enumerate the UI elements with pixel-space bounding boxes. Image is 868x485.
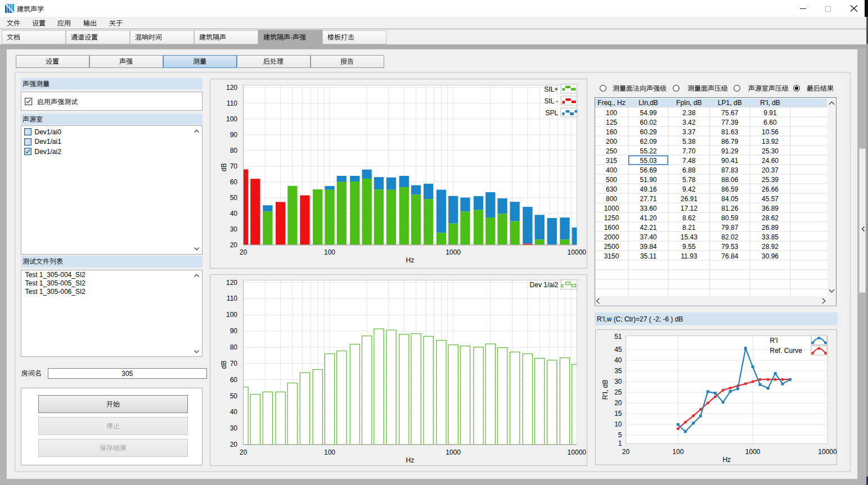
svg-text:110: 110 <box>226 294 237 302</box>
svg-text:R'I: R'I <box>770 337 777 345</box>
svg-text:20: 20 <box>230 241 237 248</box>
svg-text:36.89: 36.89 <box>762 205 779 212</box>
svg-text:30: 30 <box>230 424 237 432</box>
svg-text:26.91: 26.91 <box>681 195 698 203</box>
svg-text:120: 120 <box>226 278 237 286</box>
svg-text:160: 160 <box>606 128 617 136</box>
svg-text:1250: 1250 <box>604 214 619 222</box>
svg-text:25.30: 25.30 <box>762 147 779 155</box>
svg-text:dB: dB <box>220 163 228 171</box>
svg-text:9.42: 9.42 <box>682 185 696 193</box>
svg-text:2500: 2500 <box>604 243 619 251</box>
svg-text:50: 50 <box>230 193 237 201</box>
svg-text:6.88: 6.88 <box>682 166 696 174</box>
svg-text:Dev 1/ai2: Dev 1/ai2 <box>529 280 558 288</box>
svg-text:9.91: 9.91 <box>763 109 777 117</box>
svg-text:250: 250 <box>606 147 617 155</box>
svg-text:2.38: 2.38 <box>682 109 696 117</box>
svg-text:800: 800 <box>606 195 617 203</box>
svg-text:200: 200 <box>606 138 617 146</box>
svg-text:8.21: 8.21 <box>682 224 696 232</box>
svg-text:35: 35 <box>614 367 622 375</box>
svg-text:88.06: 88.06 <box>721 176 738 184</box>
svg-text:30.96: 30.96 <box>762 252 779 260</box>
svg-text:45: 45 <box>614 346 622 353</box>
svg-text:13.92: 13.92 <box>762 138 779 146</box>
svg-text:11.93: 11.93 <box>681 252 697 260</box>
svg-text:60.29: 60.29 <box>640 128 656 136</box>
svg-text:56.69: 56.69 <box>640 166 656 174</box>
svg-text:86.59: 86.59 <box>721 185 738 193</box>
svg-text:51: 51 <box>614 333 622 341</box>
svg-text:28.62: 28.62 <box>762 214 779 222</box>
svg-text:81.26: 81.26 <box>721 205 738 212</box>
svg-text:7.48: 7.48 <box>682 157 696 165</box>
svg-text:120: 120 <box>226 83 237 91</box>
svg-text:3150: 3150 <box>604 252 619 260</box>
svg-text:100: 100 <box>672 448 683 456</box>
svg-text:41.20: 41.20 <box>640 214 656 222</box>
svg-text:82.02: 82.02 <box>721 233 738 241</box>
svg-text:10000: 10000 <box>818 448 837 456</box>
svg-text:30: 30 <box>230 225 237 233</box>
svg-text:100: 100 <box>606 109 617 117</box>
svg-text:125: 125 <box>606 119 617 126</box>
svg-text:45.57: 45.57 <box>762 195 779 203</box>
svg-text:49.16: 49.16 <box>640 185 656 193</box>
svg-text:315: 315 <box>606 157 617 165</box>
svg-text:SIL -: SIL - <box>544 97 558 105</box>
svg-text:90.41: 90.41 <box>721 157 738 165</box>
svg-text:6.60: 6.60 <box>763 119 777 126</box>
svg-text:62.09: 62.09 <box>640 138 656 146</box>
svg-text:Hz: Hz <box>406 456 414 464</box>
svg-text:70: 70 <box>230 359 237 367</box>
svg-text:3.37: 3.37 <box>682 128 696 136</box>
svg-text:1600: 1600 <box>604 224 619 232</box>
svg-text:60.02: 60.02 <box>640 119 656 126</box>
svg-text:20: 20 <box>614 399 622 407</box>
svg-text:15: 15 <box>614 410 622 418</box>
svg-text:100: 100 <box>324 448 335 456</box>
svg-text:Ref. Curve: Ref. Curve <box>770 347 802 355</box>
svg-text:110: 110 <box>226 99 237 107</box>
svg-text:1: 1 <box>618 439 622 447</box>
svg-text:33.85: 33.85 <box>762 233 779 241</box>
svg-text:24.60: 24.60 <box>762 157 779 165</box>
svg-text:SIL+: SIL+ <box>544 85 558 93</box>
svg-text:20.37: 20.37 <box>762 166 779 174</box>
svg-text:33.60: 33.60 <box>640 205 656 212</box>
svg-text:9.55: 9.55 <box>682 243 696 251</box>
svg-text:630: 630 <box>606 185 617 193</box>
svg-text:500: 500 <box>606 176 617 184</box>
svg-text:35.11: 35.11 <box>640 252 656 260</box>
svg-text:1000: 1000 <box>446 448 461 456</box>
svg-text:20: 20 <box>239 248 247 256</box>
svg-text:5.78: 5.78 <box>682 176 696 184</box>
svg-text:400: 400 <box>606 166 617 174</box>
svg-text:1000: 1000 <box>604 205 619 212</box>
svg-text:100: 100 <box>324 248 335 256</box>
svg-text:FpIn, dB: FpIn, dB <box>676 99 701 107</box>
svg-text:8.62: 8.62 <box>682 214 696 222</box>
svg-text:Hz: Hz <box>722 456 731 464</box>
svg-text:5.38: 5.38 <box>682 138 696 146</box>
svg-text:5: 5 <box>618 431 622 439</box>
svg-text:1000: 1000 <box>745 448 760 456</box>
svg-text:81.63: 81.63 <box>721 128 738 136</box>
svg-text:91.29: 91.29 <box>721 147 738 155</box>
svg-text:40: 40 <box>230 209 237 217</box>
svg-text:37.40: 37.40 <box>640 233 656 241</box>
svg-text:40: 40 <box>614 356 622 364</box>
svg-text:40: 40 <box>230 408 237 416</box>
svg-text:80.59: 80.59 <box>721 214 738 222</box>
svg-text:15.43: 15.43 <box>681 233 698 241</box>
svg-text:SPL: SPL <box>545 108 558 116</box>
svg-text:54.99: 54.99 <box>640 109 656 117</box>
svg-text:60: 60 <box>230 178 237 185</box>
svg-text:100: 100 <box>226 115 237 123</box>
svg-text:1000: 1000 <box>446 248 461 256</box>
svg-text:10: 10 <box>614 420 622 428</box>
svg-text:R'I, dB: R'I, dB <box>760 99 780 107</box>
svg-text:20: 20 <box>239 448 247 456</box>
svg-text:27.71: 27.71 <box>640 195 656 203</box>
